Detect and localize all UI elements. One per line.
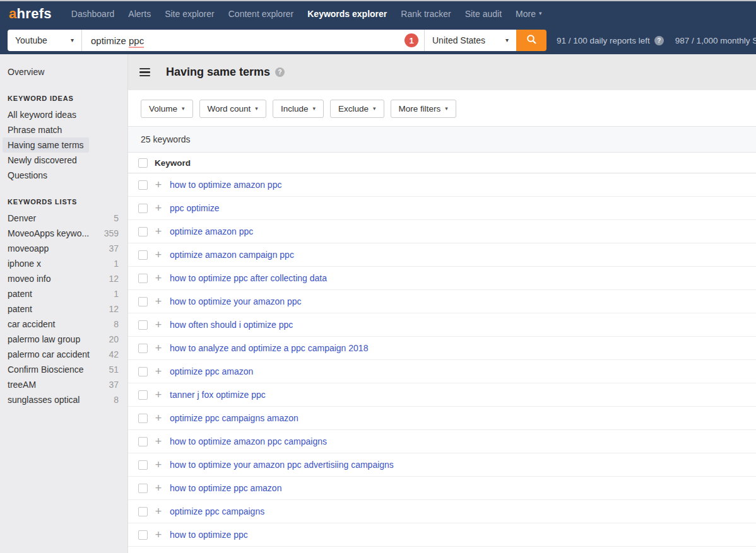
monthly-serp-quota: 987 / 1,000 monthly SERP up <box>675 36 756 45</box>
keywords-list-item[interactable]: patent 1 <box>0 286 127 301</box>
nav-more-menu[interactable]: More ▾ <box>509 9 548 19</box>
keyword-link[interactable]: optimize ppc amazon <box>170 366 253 376</box>
sidebar-item-overview[interactable]: Overview <box>0 64 127 79</box>
keyword-link[interactable]: how to optimize your amazon ppc advertis… <box>170 460 394 470</box>
row-checkbox[interactable] <box>138 344 148 353</box>
row-checkbox[interactable] <box>138 227 148 236</box>
table-row: + how to analyze and optimize a ppc camp… <box>128 337 756 360</box>
filter-button[interactable]: Include ▾ <box>273 100 324 118</box>
row-checkbox[interactable] <box>138 320 148 330</box>
keyword-link[interactable]: optimize amazon ppc <box>170 226 253 236</box>
keyword-link[interactable]: how often should i optimize ppc <box>170 320 293 330</box>
nav-menu-item[interactable]: Site explorer <box>158 9 221 19</box>
row-checkbox[interactable] <box>138 460 148 470</box>
sidebar-item[interactable]: All keyword ideas <box>0 107 127 122</box>
select-all-checkbox[interactable] <box>138 158 148 168</box>
row-checkbox[interactable] <box>138 414 148 423</box>
help-icon[interactable]: ? <box>654 36 664 45</box>
nav-menu-item[interactable]: Rank tracker <box>394 9 458 19</box>
add-to-list-icon[interactable]: + <box>154 529 163 540</box>
sidebar-item[interactable]: Questions <box>0 168 127 183</box>
keywords-list-count: 37 <box>109 243 119 253</box>
nav-menu-item[interactable]: Dashboard <box>64 9 122 19</box>
filter-button[interactable]: Exclude ▾ <box>330 100 384 118</box>
keyword-link[interactable]: tanner j fox optimize ppc <box>170 390 266 400</box>
keyword-link[interactable]: how to optimize ppc amazon <box>170 483 281 493</box>
nav-menu-item[interactable]: Keywords explorer <box>300 9 394 19</box>
row-checkbox[interactable] <box>138 390 148 400</box>
keyword-link[interactable]: how to optimize amazon ppc <box>170 180 281 190</box>
keyword-count-badge[interactable]: 1 <box>405 33 418 47</box>
sidebar-item[interactable]: Phrase match <box>0 122 127 137</box>
add-to-list-icon[interactable]: + <box>154 296 163 307</box>
keywords-list-item[interactable]: MoveoApps keywo... 359 <box>0 226 127 241</box>
sidebar-toggle-icon[interactable] <box>139 68 150 77</box>
keyword-link[interactable]: optimize amazon campaign ppc <box>170 250 294 260</box>
add-to-list-icon[interactable]: + <box>154 366 163 377</box>
keyword-link[interactable]: how to analyze and optimize a ppc campai… <box>170 343 368 353</box>
keywords-list-count: 5 <box>114 213 119 223</box>
filter-button[interactable]: More filters ▾ <box>391 100 456 118</box>
row-checkbox[interactable] <box>138 204 148 213</box>
keyword-link[interactable]: optimize ppc campaigns amazon <box>170 413 298 423</box>
keyword-link[interactable]: ppc optimize <box>170 203 220 213</box>
add-to-list-icon[interactable]: + <box>154 179 163 190</box>
add-to-list-icon[interactable]: + <box>154 249 163 260</box>
country-select[interactable]: United States ▾ <box>424 30 516 51</box>
add-to-list-icon[interactable]: + <box>154 412 163 424</box>
keywords-list-item[interactable]: Confirm Bioscience 51 <box>0 362 127 377</box>
filter-button[interactable]: Volume ▾ <box>141 100 193 118</box>
add-to-list-icon[interactable]: + <box>154 202 163 214</box>
help-icon[interactable]: ? <box>275 67 285 77</box>
table-row: + how to optimize your amazon ppc advert… <box>128 453 756 477</box>
sidebar-item[interactable]: Newly discovered <box>0 153 127 168</box>
keywords-list-item[interactable]: treeAM 37 <box>0 377 127 392</box>
add-to-list-icon[interactable]: + <box>154 272 163 284</box>
keywords-list-item[interactable]: moveoapp 37 <box>0 241 127 256</box>
keywords-list-item[interactable]: sunglasses optical 8 <box>0 392 127 407</box>
keywords-list-item[interactable]: Denver 5 <box>0 211 127 226</box>
filter-button[interactable]: Word count ▾ <box>199 100 266 118</box>
add-to-list-icon[interactable]: + <box>154 342 163 354</box>
keywords-list-item[interactable]: moveo info 12 <box>0 271 127 286</box>
nav-menu-item[interactable]: Content explorer <box>221 9 301 19</box>
ahrefs-logo[interactable]: ahrefs <box>9 6 52 22</box>
keywords-list-item[interactable]: palermo car accident 42 <box>0 347 127 362</box>
nav-menu-item[interactable]: Site audit <box>458 9 509 19</box>
keywords-list-item[interactable]: palermo law group 20 <box>0 332 127 347</box>
search-engine-select[interactable]: Youtube ▾ <box>8 30 82 51</box>
keywords-list-item[interactable]: car accident 8 <box>0 317 127 332</box>
row-checkbox[interactable] <box>138 274 148 283</box>
keywords-list-item[interactable]: patent 12 <box>0 301 127 317</box>
row-checkbox[interactable] <box>138 367 148 376</box>
sidebar-item[interactable]: Having same terms <box>3 137 89 153</box>
nav-menu-item[interactable]: Alerts <box>121 9 158 19</box>
add-to-list-icon[interactable]: + <box>154 389 163 400</box>
row-checkbox[interactable] <box>138 297 148 306</box>
add-to-list-icon[interactable]: + <box>154 226 163 237</box>
row-checkbox[interactable] <box>138 484 148 493</box>
row-checkbox[interactable] <box>138 250 148 260</box>
add-to-list-icon[interactable]: + <box>154 506 163 517</box>
keywords-list-item[interactable]: iphone x 1 <box>0 256 127 271</box>
add-to-list-icon[interactable]: + <box>154 459 163 470</box>
keyword-link[interactable]: how to optimize ppc <box>170 530 248 540</box>
results-count-bar: 25 keywords <box>128 126 756 153</box>
row-checkbox[interactable] <box>138 530 148 540</box>
keywords-list-count: 359 <box>104 228 119 238</box>
add-to-list-icon[interactable]: + <box>154 319 163 330</box>
keyword-link[interactable]: how to optimize amazon ppc campaigns <box>170 436 327 446</box>
search-button[interactable] <box>516 30 546 51</box>
add-to-list-icon[interactable]: + <box>154 482 163 494</box>
row-checkbox[interactable] <box>138 437 148 446</box>
keywords-list-label: patent <box>8 304 32 314</box>
search-input[interactable]: optimize ppc 1 <box>82 30 424 51</box>
add-to-list-icon[interactable]: + <box>154 436 163 447</box>
row-checkbox[interactable] <box>138 180 148 190</box>
row-checkbox[interactable] <box>138 507 148 516</box>
table-row: + optimize ppc amazon <box>128 360 756 383</box>
keyword-link[interactable]: how to optimize ppc after collecting dat… <box>170 273 327 283</box>
keyword-link[interactable]: optimize ppc campaigns <box>170 506 264 516</box>
filter-button-label: Word count <box>208 104 251 114</box>
keyword-link[interactable]: how to optimize your amazon ppc <box>170 296 302 306</box>
